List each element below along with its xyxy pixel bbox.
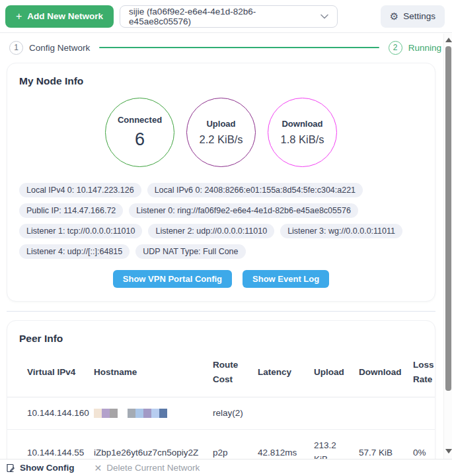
download-value: 1.8 KiB/s bbox=[280, 133, 324, 146]
delete-network-label: Delete Current Network bbox=[106, 463, 200, 473]
cell-upload bbox=[310, 397, 355, 430]
vertical-scrollbar[interactable] bbox=[443, 34, 452, 459]
tag-listener-2: Listener 2: udp://0.0.0.0:11010 bbox=[148, 224, 274, 238]
peer-info-title: Peer Info bbox=[7, 333, 435, 345]
network-select[interactable]: sijie (fa06f9e2-e6e4-4e1d-82b6-e45ae8c05… bbox=[120, 5, 338, 28]
peer-info-card: Peer Info Virtual IPv4 Hostname Route Co… bbox=[7, 320, 435, 476]
download-label: Download bbox=[282, 119, 322, 129]
cell-download bbox=[355, 397, 409, 430]
col-loss-rate: Loss Rate bbox=[409, 349, 435, 397]
tag-listener-3: Listener 3: wg://0.0.0.0:11011 bbox=[280, 224, 402, 238]
scrollbar-thumb[interactable] bbox=[445, 46, 451, 391]
upload-value: 2.2 KiB/s bbox=[199, 133, 243, 146]
tag-listener-0: Listener 0: ring://fa06f9e2-e6e4-4e1d-82… bbox=[129, 203, 358, 218]
settings-label: Settings bbox=[403, 11, 435, 21]
config-file-icon bbox=[6, 463, 15, 473]
col-download: Download bbox=[355, 349, 409, 397]
tag-udp-nat-type: UDP NAT Type: Full Cone bbox=[135, 244, 245, 259]
show-vpn-portal-config-button[interactable]: Show VPN Portal Config bbox=[113, 270, 232, 288]
node-info-tags: Local IPv4 0: 10.147.223.126 Local IPv6 … bbox=[19, 183, 423, 259]
network-select-value: sijie (fa06f9e2-e6e4-4e1d-82b6-e45ae8c05… bbox=[129, 7, 314, 26]
tag-local-ipv6: Local IPv6 0: 2408:8266:e01:155a:8d54:5f… bbox=[147, 183, 363, 197]
delete-current-network-link[interactable]: ✕ Delete Current Network bbox=[94, 463, 200, 473]
col-upload: Upload bbox=[310, 349, 355, 397]
tag-public-ip: Public IP: 114.47.166.72 bbox=[19, 203, 123, 218]
redacted-hostname-blocks bbox=[94, 409, 205, 418]
col-virtual-ipv4: Virtual IPv4 bbox=[7, 349, 90, 397]
stepper: 1 Config Network 2 Running bbox=[0, 33, 452, 62]
cell-route-cost: relay(2) bbox=[209, 397, 254, 430]
footer-bar: Show Config ✕ Delete Current Network bbox=[0, 459, 452, 476]
connected-value: 6 bbox=[135, 129, 145, 150]
cell-latency bbox=[254, 397, 310, 430]
node-stat-circles: Connected 6 Upload 2.2 KiB/s Download 1.… bbox=[19, 98, 423, 167]
chevron-down-icon bbox=[320, 14, 328, 19]
peer-table-header-row: Virtual IPv4 Hostname Route Cost Latency… bbox=[7, 349, 435, 397]
add-new-network-button[interactable]: + Add New Network bbox=[5, 5, 114, 28]
step-2-label: Running bbox=[408, 43, 441, 53]
show-event-log-button[interactable]: Show Event Log bbox=[243, 270, 329, 288]
peer-row: 10.144.144.160 relay(2) bbox=[7, 397, 435, 430]
cell-hostname bbox=[90, 397, 209, 430]
col-route-cost: Route Cost bbox=[209, 349, 254, 397]
tag-listener-1: Listener 1: tcp://0.0.0.0:11010 bbox=[19, 224, 142, 238]
step-running[interactable]: 2 Running bbox=[389, 41, 441, 55]
cell-virtual-ipv4: 10.144.144.160 bbox=[7, 397, 90, 430]
col-hostname: Hostname bbox=[90, 349, 209, 397]
step-1-label: Config Network bbox=[29, 43, 90, 53]
col-latency: Latency bbox=[254, 349, 310, 397]
node-info-buttons: Show VPN Portal Config Show Event Log bbox=[19, 270, 423, 288]
close-icon: ✕ bbox=[94, 463, 102, 473]
step-config-network[interactable]: 1 Config Network bbox=[9, 41, 90, 55]
show-config-label: Show Config bbox=[20, 463, 74, 473]
stepper-connector-line bbox=[99, 47, 379, 48]
tag-listener-4: Listener 4: udp://[::]:64815 bbox=[19, 244, 130, 259]
gear-icon: ⚙ bbox=[390, 11, 398, 21]
upload-label: Upload bbox=[206, 119, 235, 129]
top-bar: + Add New Network sijie (fa06f9e2-e6e4-4… bbox=[0, 0, 452, 33]
upload-stat-circle: Upload 2.2 KiB/s bbox=[186, 98, 256, 167]
add-new-network-label: Add New Network bbox=[27, 11, 103, 21]
connected-label: Connected bbox=[118, 115, 162, 125]
tag-local-ipv4: Local IPv4 0: 10.147.223.126 bbox=[19, 183, 141, 197]
plus-icon: + bbox=[16, 11, 22, 22]
node-info-title: My Node Info bbox=[19, 75, 423, 87]
scrollbar-down-arrow-icon[interactable] bbox=[445, 449, 452, 454]
step-1-circle: 1 bbox=[9, 41, 23, 55]
cards-divider bbox=[7, 311, 435, 312]
show-config-link[interactable]: Show Config bbox=[6, 463, 74, 473]
connected-stat-circle: Connected 6 bbox=[105, 98, 174, 167]
settings-button[interactable]: ⚙ Settings bbox=[381, 5, 445, 28]
cell-loss-rate bbox=[409, 397, 435, 430]
peer-table: Virtual IPv4 Hostname Route Cost Latency… bbox=[7, 349, 435, 476]
download-stat-circle: Download 1.8 KiB/s bbox=[268, 98, 337, 167]
scrollbar-up-arrow-icon[interactable] bbox=[445, 38, 452, 42]
step-2-circle: 2 bbox=[389, 41, 402, 55]
my-node-info-card: My Node Info Connected 6 Upload 2.2 KiB/… bbox=[7, 63, 435, 302]
